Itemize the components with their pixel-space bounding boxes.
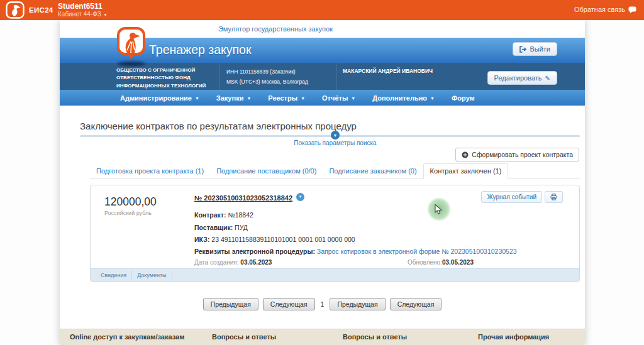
- nav-item-forum[interactable]: Форум: [452, 94, 475, 102]
- main-nav: Администрирование▼ Закупки▼ Реестры▼ Отч…: [60, 90, 585, 106]
- username-label: Student6511: [58, 2, 103, 11]
- eis24-logo-icon: [6, 1, 25, 19]
- procedure-link[interactable]: Запрос котировок в электронной форме № 2…: [317, 248, 517, 255]
- contract-row: Контракт: №18842: [194, 211, 253, 219]
- events-log-button[interactable]: Журнал событий: [481, 191, 542, 203]
- tab-draft-preparation[interactable]: Подготовка проекта контракта (1): [90, 164, 210, 178]
- print-button[interactable]: [545, 191, 563, 203]
- nav-label: Отчёты: [322, 94, 348, 102]
- org-inn: ИНН 1101158839 (Заказчик): [226, 67, 330, 77]
- contract-number-row: № 20230510031023052318842▼: [194, 194, 304, 204]
- top-bar: ЕИС24 Student6511 Кабинет 44-ФЗ▼ Обратна…: [0, 0, 644, 20]
- footer-col-online-access: Online доступ к закупкам/заказам: [70, 333, 184, 341]
- org-timezone: MSK (UTC+3) Москва, Волгоград: [226, 77, 330, 87]
- logout-button[interactable]: Выйти: [513, 42, 557, 56]
- screen: ЕИС24 Student6511 Кабинет 44-ФЗ▼ Обратна…: [0, 0, 644, 345]
- supplier-value: ПУД: [235, 224, 248, 231]
- logout-icon: [519, 46, 526, 53]
- search-params-toggle-icon[interactable]: ▼: [331, 131, 340, 140]
- nav-item-administration[interactable]: Администрирование▼: [120, 94, 199, 102]
- contract-number-link[interactable]: № 20230510031023052318842: [194, 194, 292, 202]
- emulator-label: Эмулятор государственных закупок: [218, 25, 333, 33]
- feedback-link[interactable]: Обратная связь: [574, 6, 636, 13]
- chevron-down-icon: ▼: [247, 96, 251, 101]
- nav-item-additional[interactable]: Дополнительно▼: [372, 94, 435, 102]
- supplier-row: Поставщик: ПУД: [194, 224, 248, 231]
- printer-icon: [550, 194, 557, 200]
- cabinet-menu[interactable]: Кабинет 44-ФЗ▼: [58, 11, 108, 18]
- contract-dropdown-icon[interactable]: ▼: [296, 193, 304, 201]
- create-contract-label: Сформировать проект контракта: [472, 151, 573, 158]
- contract-value: №18842: [228, 211, 253, 219]
- chevron-down-icon: ▼: [430, 96, 435, 101]
- created-date: Дата создания: 03.05.2023: [194, 259, 272, 266]
- page-title: Заключение контрактов по результатам эле…: [80, 121, 357, 131]
- cabinet-label: Кабинет 44-ФЗ: [58, 11, 101, 18]
- contract-card: 120000,00 Российский рубль № 20230510031…: [90, 185, 580, 282]
- feedback-label: Обратная связь: [574, 6, 625, 13]
- content-area: Заключение контрактов по результатам эле…: [60, 106, 585, 329]
- create-contract-button[interactable]: Сформировать проект контракта: [455, 148, 579, 162]
- tab-contract-concluded[interactable]: Контракт заключен (1): [423, 163, 509, 179]
- nav-label: Форум: [452, 94, 475, 102]
- show-search-params-link[interactable]: Показать параметры поиска: [272, 140, 398, 146]
- created-value: 03.05.2023: [240, 259, 272, 266]
- app-title: Тренажер закупок: [149, 43, 252, 57]
- mouse-cursor-icon: [435, 204, 443, 214]
- org-requisites: ИНН 1101158839 (Заказчик) MSK (UTC+3) Мо…: [220, 63, 336, 90]
- page-container: Эмулятор государственных закупок Тренаже…: [60, 20, 585, 345]
- org-name: ОБЩЕСТВО С ОГРАНИЧЕННОЙ ОТВЕТСТВЕННОСТЬЮ…: [110, 63, 220, 90]
- dates-row: Дата создания: 03.05.2023 Обновлено:03.0…: [194, 259, 474, 266]
- card-tab-details[interactable]: Сведения: [96, 270, 132, 280]
- current-page-number: 1: [319, 300, 326, 308]
- contract-label: Контракт:: [194, 211, 226, 219]
- pagination: Предыдущая Следующая 1 Предыдущая Следую…: [60, 298, 585, 310]
- nav-label: Дополнительно: [372, 94, 427, 102]
- app-logo-bird-icon: [116, 26, 147, 63]
- card-actions: Журнал событий: [481, 191, 563, 203]
- plus-circle-icon: [462, 151, 469, 158]
- nav-item-reports[interactable]: Отчёты▼: [322, 94, 355, 102]
- logout-label: Выйти: [530, 45, 550, 53]
- card-footer-tabs: Сведения Документы: [91, 268, 579, 282]
- footer-col-qa-2: Вопросы и ответы: [343, 333, 407, 341]
- org-info-bar: ОБЩЕСТВО С ОГРАНИЧЕННОЙ ОТВЕТСТВЕННОСТЬЮ…: [60, 63, 585, 90]
- procedure-row: Реквизиты электронной процедуры: Запрос …: [194, 248, 517, 255]
- chevron-down-icon: ▼: [301, 96, 305, 101]
- brand-label: ЕИС24: [29, 6, 53, 14]
- prev-page-button-2[interactable]: Предыдущая: [330, 298, 385, 310]
- nav-item-registries[interactable]: Реестры▼: [268, 94, 305, 102]
- nav-item-purchases[interactable]: Закупки▼: [216, 94, 251, 102]
- cursor-highlight: [427, 197, 451, 221]
- edit-icon: ✎: [545, 75, 550, 82]
- nav-label: Закупки: [216, 94, 244, 102]
- speech-bubble-icon: [628, 6, 636, 13]
- procedure-label: Реквизиты электронной процедуры:: [194, 248, 315, 255]
- edit-label: Редактировать: [494, 74, 542, 82]
- edit-profile-button[interactable]: Редактировать ✎: [487, 71, 557, 85]
- chevron-down-icon: ▼: [195, 96, 199, 101]
- ikz-label: ИКЗ:: [194, 236, 209, 243]
- updated-label: Обновлено:: [408, 259, 442, 266]
- tab-customer-signing[interactable]: Подписание заказчиком (0): [323, 164, 423, 178]
- chevron-down-icon: ▼: [103, 13, 108, 17]
- chevron-down-icon: ▼: [351, 96, 355, 101]
- divider: [80, 135, 580, 137]
- user-full-name: МАКАРСКИЙ АНДРЕЙ ИВАНОВИЧ: [336, 63, 439, 90]
- next-page-button[interactable]: Следующая: [263, 298, 315, 310]
- footer-col-other-info: Прочая информация: [478, 333, 549, 341]
- ikz-value: 23 491101158839110101001 0001 001 0000 0…: [211, 236, 355, 243]
- next-page-button-2[interactable]: Следующая: [390, 298, 442, 310]
- card-tab-documents[interactable]: Документы: [132, 270, 172, 280]
- prev-page-button[interactable]: Предыдущая: [203, 298, 258, 310]
- ikz-row: ИКЗ: 23 491101158839110101001 0001 001 0…: [194, 236, 355, 243]
- updated-value: 03.05.2023: [442, 259, 474, 266]
- created-label: Дата создания:: [194, 259, 239, 266]
- nav-label: Реестры: [268, 94, 297, 102]
- supplier-label: Поставщик:: [194, 224, 233, 231]
- footer: Online доступ к закупкам/заказам Вопросы…: [60, 329, 585, 345]
- tab-supplier-signing[interactable]: Подписание поставщиком (0/0): [210, 164, 323, 178]
- status-tabs: Подготовка проекта контракта (1) Подписа…: [90, 163, 580, 179]
- contract-currency: Российский рубль: [104, 210, 152, 216]
- updated-date: Обновлено:03.05.2023: [408, 259, 474, 266]
